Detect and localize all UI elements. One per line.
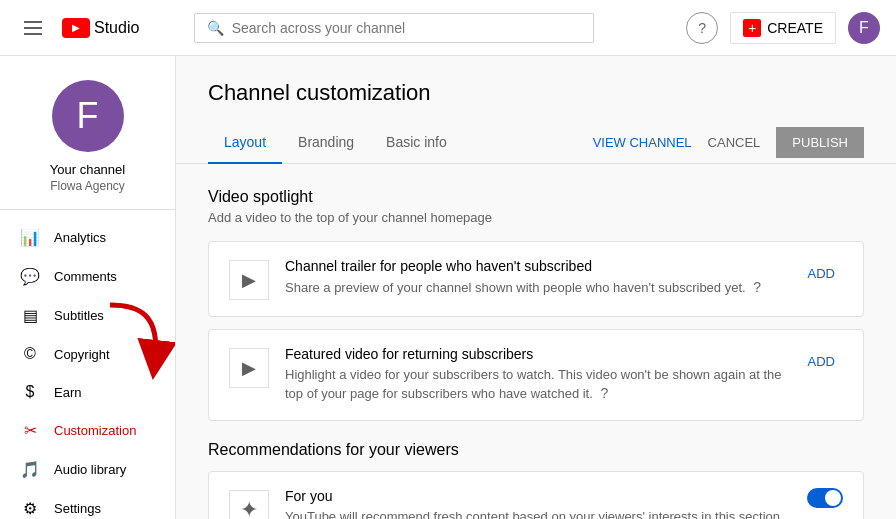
for-you-card: ✦ For you YouTube will recommend fresh c… xyxy=(208,471,864,519)
sidebar-item-label: Subtitles xyxy=(54,308,104,323)
cancel-button[interactable]: CANCEL xyxy=(708,135,761,150)
for-you-icon: ✦ xyxy=(229,490,269,519)
channel-trailer-card: ▶ Channel trailer for people who haven't… xyxy=(208,241,864,317)
create-label: CREATE xyxy=(767,20,823,36)
featured-video-content: Featured video for returning subscribers… xyxy=(285,346,784,404)
subtitles-icon: ▤ xyxy=(20,306,40,325)
content-body: Video spotlight Add a video to the top o… xyxy=(176,164,896,519)
featured-video-card: ▶ Featured video for returning subscribe… xyxy=(208,329,864,421)
channel-subtitle: Flowa Agency xyxy=(50,179,125,193)
sidebar-item-label: Analytics xyxy=(54,230,106,245)
sidebar-item-label: Copyright xyxy=(54,347,110,362)
customization-icon: ✂ xyxy=(20,421,40,440)
analytics-icon: 📊 xyxy=(20,228,40,247)
sidebar-item-customization[interactable]: ✂ Customization xyxy=(0,411,175,450)
featured-video-add-button[interactable]: ADD xyxy=(800,346,843,377)
sidebar-item-label: Settings xyxy=(54,501,101,516)
page-title: Channel customization xyxy=(208,80,864,106)
sidebar-item-label: Comments xyxy=(54,269,117,284)
channel-name: Your channel xyxy=(50,162,125,177)
create-icon xyxy=(743,19,761,37)
for-you-toggle-action xyxy=(807,488,843,508)
sidebar-item-label: Earn xyxy=(54,385,81,400)
view-channel-button[interactable]: VIEW CHANNEL xyxy=(593,135,692,150)
audio-library-icon: 🎵 xyxy=(20,460,40,479)
for-you-title: For you xyxy=(285,488,791,504)
sidebar: F Your channel Flowa Agency 📊 Analytics … xyxy=(0,56,176,519)
sidebar-item-audio-library[interactable]: 🎵 Audio library xyxy=(0,450,175,489)
channel-trailer-action: ADD xyxy=(800,258,843,289)
yt-icon xyxy=(62,18,90,38)
sidebar-item-earn[interactable]: $ Earn xyxy=(0,373,175,411)
channel-trailer-title: Channel trailer for people who haven't s… xyxy=(285,258,784,274)
channel-trailer-help-icon[interactable]: ? xyxy=(753,279,761,295)
search-icon: 🔍 xyxy=(207,20,224,36)
create-button[interactable]: CREATE xyxy=(730,12,836,44)
avatar[interactable]: F xyxy=(848,12,880,44)
channel-trailer-icon: ▶ xyxy=(229,260,269,300)
for-you-content: For you YouTube will recommend fresh con… xyxy=(285,488,791,519)
comments-icon: 💬 xyxy=(20,267,40,286)
studio-label: Studio xyxy=(94,19,139,37)
sidebar-nav: 📊 Analytics 💬 Comments ▤ Subtitles © Cop… xyxy=(0,210,175,519)
sidebar-item-subtitles[interactable]: ▤ Subtitles xyxy=(0,296,175,335)
nav-right: ? CREATE F xyxy=(686,12,880,44)
content-area: Channel customization Layout Branding Ba… xyxy=(176,56,896,519)
help-button[interactable]: ? xyxy=(686,12,718,44)
sidebar-item-settings[interactable]: ⚙ Settings xyxy=(0,489,175,519)
tab-actions: VIEW CHANNEL CANCEL PUBLISH xyxy=(593,127,864,158)
youtube-logo[interactable]: Studio xyxy=(62,18,139,38)
for-you-toggle[interactable] xyxy=(807,488,843,508)
video-spotlight-desc: Add a video to the top of your channel h… xyxy=(208,210,864,225)
featured-video-action: ADD xyxy=(800,346,843,377)
earn-icon: $ xyxy=(20,383,40,401)
content-header: Channel customization xyxy=(176,56,896,106)
tab-layout[interactable]: Layout xyxy=(208,122,282,164)
publish-button[interactable]: PUBLISH xyxy=(776,127,864,158)
featured-video-title: Featured video for returning subscribers xyxy=(285,346,784,362)
copyright-icon: © xyxy=(20,345,40,363)
featured-video-desc: Highlight a video for your subscribers t… xyxy=(285,366,784,404)
video-spotlight-title: Video spotlight xyxy=(208,188,864,206)
sidebar-item-label: Customization xyxy=(54,423,136,438)
for-you-desc: YouTube will recommend fresh content bas… xyxy=(285,508,791,519)
channel-trailer-add-button[interactable]: ADD xyxy=(800,258,843,289)
channel-info: F Your channel Flowa Agency xyxy=(0,56,175,210)
search-bar[interactable]: 🔍 xyxy=(194,13,594,43)
channel-avatar[interactable]: F xyxy=(52,80,124,152)
tab-branding[interactable]: Branding xyxy=(282,122,370,164)
sidebar-item-label: Audio library xyxy=(54,462,126,477)
top-nav: Studio 🔍 ? CREATE F xyxy=(0,0,896,56)
tabs-bar: Layout Branding Basic info VIEW CHANNEL … xyxy=(176,122,896,164)
featured-video-help-icon[interactable]: ? xyxy=(600,385,608,401)
search-input[interactable] xyxy=(232,20,581,36)
nav-left: Studio xyxy=(16,13,139,43)
hamburger-menu[interactable] xyxy=(16,13,50,43)
featured-video-icon: ▶ xyxy=(229,348,269,388)
channel-trailer-content: Channel trailer for people who haven't s… xyxy=(285,258,784,298)
channel-trailer-desc: Share a preview of your channel shown wi… xyxy=(285,278,784,298)
sidebar-item-analytics[interactable]: 📊 Analytics xyxy=(0,218,175,257)
sidebar-item-comments[interactable]: 💬 Comments xyxy=(0,257,175,296)
settings-icon: ⚙ xyxy=(20,499,40,518)
tab-basic-info[interactable]: Basic info xyxy=(370,122,463,164)
sidebar-item-copyright[interactable]: © Copyright xyxy=(0,335,175,373)
main-layout: F Your channel Flowa Agency 📊 Analytics … xyxy=(0,56,896,519)
video-spotlight-section: Video spotlight Add a video to the top o… xyxy=(208,188,864,421)
recommendations-title: Recommendations for your viewers xyxy=(208,441,864,459)
recommendations-section: Recommendations for your viewers ✦ For y… xyxy=(208,441,864,519)
